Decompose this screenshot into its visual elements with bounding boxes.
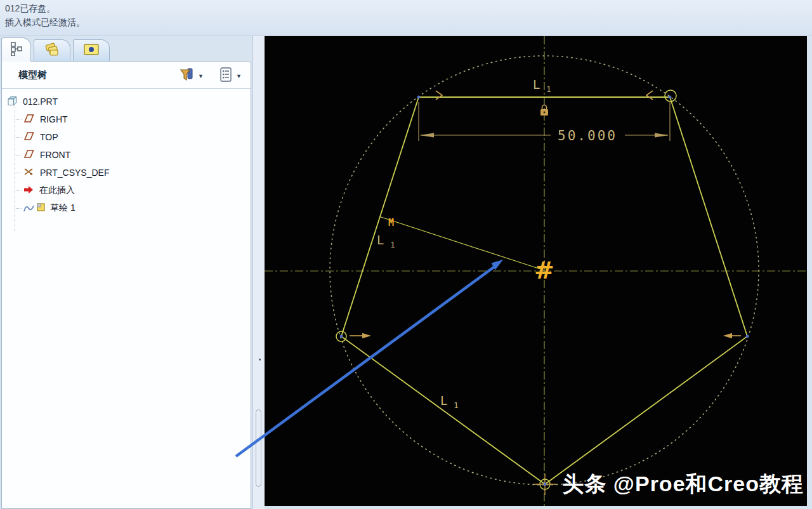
sketch-icon — [23, 202, 35, 215]
tab-detail-view[interactable] — [73, 39, 110, 62]
model-tree-pane: 模型树 ▼ — [1, 61, 251, 509]
tree-row-insert-here[interactable]: 在此插入 — [2, 182, 251, 199]
layer-tree-icon — [44, 42, 60, 60]
insert-here-icon — [23, 185, 34, 197]
tree-row-csys[interactable]: PRT_CSYS_DEF — [2, 164, 251, 182]
symmetry-arrow-left — [436, 91, 442, 100]
tree-row-datum-top[interactable]: TOP — [2, 128, 251, 146]
part-icon — [6, 95, 18, 109]
lock-constraint-icon — [540, 105, 548, 116]
panel-splitter[interactable] — [252, 36, 265, 509]
feature-badge-icon — [37, 203, 45, 213]
model-tree-icon — [10, 42, 23, 58]
sketch-viewport[interactable]: 50.000 — [265, 36, 807, 506]
left-vertex-arrow — [350, 333, 371, 338]
tree-row-part[interactable]: 012.PRT — [2, 93, 251, 110]
graphics-area[interactable]: 50.000 — [265, 36, 807, 506]
tree-item-label: PRT_CSYS_DEF — [40, 168, 109, 178]
tree-row-sketch-1[interactable]: 草绘 1 — [2, 199, 251, 217]
settings-list-icon — [218, 67, 233, 86]
dimension-value[interactable]: 50.000 — [558, 128, 617, 143]
show-filter-icon — [179, 67, 195, 86]
tree-item-label: FRONT — [40, 150, 70, 160]
application-window: 012已存盘。 插入模式已经激活。 — [0, 0, 812, 509]
watermark: 头条 @Proe和Creo教程 — [556, 470, 804, 499]
tree-row-datum-front[interactable]: FRONT — [2, 146, 251, 164]
tree-item-label: 草绘 1 — [50, 202, 75, 214]
midpoint-constraint-symbol: M — [388, 217, 394, 228]
right-vertex-arrow — [723, 333, 741, 338]
equal-length-label-left: L 1 — [377, 233, 395, 249]
sketch-origin-marker[interactable]: # — [534, 256, 554, 284]
detail-view-icon — [82, 43, 100, 58]
datum-plane-icon — [23, 149, 35, 161]
tree-settings-button[interactable]: ▼ — [218, 67, 242, 86]
navigator-panel: 模型树 ▼ — [0, 36, 265, 509]
tab-layer-tree[interactable] — [34, 39, 70, 62]
symmetry-arrow-right — [646, 91, 653, 100]
chevron-down-icon[interactable]: ▼ — [236, 73, 242, 79]
watermark-prefix: 头条 — [562, 472, 606, 496]
model-tree-title: 模型树 — [18, 69, 47, 81]
tree-row-datum-right[interactable]: RIGHT — [2, 110, 251, 128]
tree-item-label: 在此插入 — [39, 185, 75, 196]
model-tree: 012.PRT RIGHT TO — [2, 89, 251, 217]
message-line-saved: 012已存盘。 — [5, 3, 55, 15]
tree-item-label: RIGHT — [40, 114, 68, 124]
midpoint-to-center-line — [380, 217, 544, 271]
message-area: 012已存盘。 插入模式已经激活。 — [0, 0, 812, 36]
tab-model-tree[interactable] — [1, 37, 31, 62]
show-filter-button[interactable]: ▼ — [179, 67, 204, 86]
csys-icon — [23, 166, 35, 180]
datum-plane-icon — [23, 113, 35, 126]
dimension-arrowhead-left — [420, 133, 434, 138]
navigator-tabstrip — [0, 36, 251, 62]
tree-item-label: 012.PRT — [23, 96, 58, 107]
model-tree-header: 模型树 ▼ — [2, 62, 251, 89]
equal-length-label-bottom: L 1 — [440, 393, 459, 410]
chevron-down-icon[interactable]: ▼ — [198, 73, 204, 79]
message-line-insert-mode: 插入模式已经激活。 — [5, 17, 85, 29]
datum-plane-icon — [23, 131, 35, 143]
splitter-grab-handle[interactable] — [256, 409, 261, 487]
splitter-dot-handle[interactable] — [259, 359, 261, 360]
tree-item-label: TOP — [40, 132, 58, 142]
equal-length-label-top: L 1 — [533, 77, 551, 94]
dimension-arrowhead-right — [655, 133, 669, 138]
watermark-handle: @Proe和Creo教程 — [613, 472, 804, 496]
